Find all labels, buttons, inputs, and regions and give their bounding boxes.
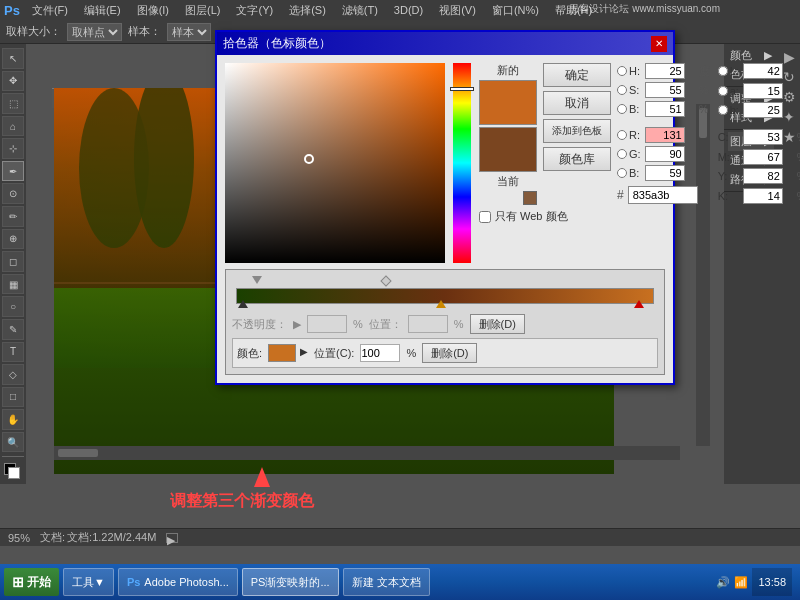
tool-clone[interactable]: ⊕ (2, 229, 24, 250)
opacity-input[interactable] (307, 315, 347, 333)
r-value-input[interactable] (645, 127, 685, 143)
delete-opacity-button[interactable]: 删除(D) (470, 314, 525, 334)
add-to-swatches-button[interactable]: 添加到色板 (543, 119, 611, 143)
tool-wand[interactable]: ⌂ (2, 116, 24, 137)
tool-zoom[interactable]: 🔍 (2, 432, 24, 453)
radio-b[interactable]: B: (617, 103, 641, 115)
color-stop-left[interactable] (238, 300, 248, 308)
tool-crop[interactable]: ⊹ (2, 138, 24, 159)
radio-g[interactable]: G: (617, 148, 641, 160)
taskbar-item-textdoc[interactable]: 新建 文本文档 (343, 568, 430, 596)
b-value-input[interactable] (645, 101, 685, 117)
taskbar-item-ps-icon[interactable]: Ps Adobe Photosh... (118, 568, 238, 596)
l-value-input[interactable] (743, 63, 783, 79)
nav-arrow[interactable]: ▶ (166, 533, 178, 543)
position-c-label: 位置(C): (314, 346, 354, 361)
menu-view[interactable]: 视图(V) (435, 3, 480, 18)
tool-brush[interactable]: ✏ (2, 206, 24, 227)
watermark: 思客设计论坛 www.missyuan.com (569, 2, 720, 16)
tools-panel: ↖ ✥ ⬚ ⌂ ⊹ ✒ ⊙ ✏ ⊕ ◻ ▦ ○ ✎ T ◇ □ ✋ 🔍 (0, 44, 26, 484)
position-opacity-input[interactable] (408, 315, 448, 333)
sample-select[interactable]: 样本 (167, 23, 211, 41)
current-color-preview (479, 127, 537, 172)
menu-3d[interactable]: 3D(D) (390, 4, 427, 16)
s-value-input[interactable] (645, 82, 685, 98)
m-value-input[interactable] (743, 149, 783, 165)
menu-filter[interactable]: 滤镜(T) (338, 3, 382, 18)
color-section-label: 颜色: (237, 346, 262, 361)
menu-select[interactable]: 选择(S) (285, 3, 330, 18)
hex-label: # (617, 188, 624, 202)
tool-text[interactable]: T (2, 342, 24, 363)
taskbar-item-tools[interactable]: 工具▼ (63, 568, 114, 596)
tool-pen[interactable]: ✎ (2, 319, 24, 340)
b2-value-input[interactable] (645, 165, 685, 181)
ok-button[interactable]: 确定 (543, 63, 611, 87)
radio-b2[interactable]: B: (617, 167, 641, 179)
menu-image[interactable]: 图像(I) (133, 3, 173, 18)
only-web-row: 只有 Web 颜色 (479, 209, 800, 224)
cancel-button[interactable]: 取消 (543, 91, 611, 115)
color-swatch-button[interactable] (268, 344, 296, 362)
tool-gradient[interactable]: ▦ (2, 274, 24, 295)
tool-shape[interactable]: □ (2, 387, 24, 408)
tool-dodge[interactable]: ○ (2, 296, 24, 317)
color-stop-mid[interactable] (436, 300, 446, 308)
start-button[interactable]: ⊞ 开始 (4, 568, 59, 596)
menu-bar: Ps 文件(F) 编辑(E) 图像(I) 图层(L) 文字(Y) 选择(S) 滤… (0, 0, 800, 20)
annotation-text: 调整第三个渐变颜色 (170, 491, 314, 512)
dialog-close-button[interactable]: ✕ (651, 36, 667, 52)
hex-input[interactable] (628, 186, 698, 204)
tool-move[interactable]: ✥ (2, 71, 24, 92)
tool-path[interactable]: ◇ (2, 364, 24, 385)
c-label: C: (718, 131, 739, 143)
color-gradient-square[interactable] (225, 63, 445, 263)
menu-edit[interactable]: 编辑(E) (80, 3, 125, 18)
tool-eyedropper[interactable]: ✒ (2, 161, 24, 182)
tool-arrow[interactable]: ↖ (2, 48, 24, 69)
a-value-input[interactable] (743, 83, 783, 99)
delete-color-button[interactable]: 删除(D) (422, 343, 477, 363)
menu-window[interactable]: 窗口(N%) (488, 3, 543, 18)
taskbar-clock: 13:58 (752, 568, 792, 596)
taskbar-icon-2: 📶 (734, 576, 748, 589)
color-stop-right[interactable] (634, 300, 644, 308)
k-value-input[interactable] (743, 188, 783, 204)
doc-info-label: 文档: (40, 530, 65, 545)
position-color-pct: % (406, 347, 416, 359)
position-label-opacity: 位置： (369, 317, 402, 332)
menu-layer[interactable]: 图层(L) (181, 3, 224, 18)
y-value-input[interactable] (743, 168, 783, 184)
tool-spot[interactable]: ⊙ (2, 183, 24, 204)
tool-lasso[interactable]: ⬚ (2, 93, 24, 114)
annotation: 调整第三个渐变颜色 (170, 467, 314, 512)
dialog-title: 拾色器（色标颜色） (223, 35, 331, 52)
sample-size-select[interactable]: 取样点 (67, 23, 122, 41)
tool-hand[interactable]: ✋ (2, 409, 24, 430)
radio-l[interactable]: L: (718, 65, 739, 77)
menu-text[interactable]: 文字(Y) (232, 3, 277, 18)
taskbar-item-gradient[interactable]: PS渐变映射的... (242, 568, 339, 596)
radio-b3[interactable]: b: (718, 104, 739, 116)
b3-value-input[interactable] (743, 102, 783, 118)
arrow-up-icon (254, 467, 270, 487)
g-value-input[interactable] (645, 146, 685, 162)
color-library-button[interactable]: 颜色库 (543, 147, 611, 171)
radio-s[interactable]: S: (617, 84, 641, 96)
b-unit: % (699, 103, 710, 115)
radio-h[interactable]: H: (617, 65, 641, 77)
menu-file[interactable]: 文件(F) (28, 3, 72, 18)
only-web-checkbox[interactable] (479, 211, 491, 223)
radio-r[interactable]: R: (617, 129, 641, 141)
sample-label: 样本： (128, 24, 161, 39)
position-color-input[interactable] (360, 344, 400, 362)
radio-a[interactable]: a: (718, 85, 739, 97)
dialog-title-bar[interactable]: 拾色器（色标颜色） ✕ (217, 32, 673, 55)
c-value-input[interactable] (743, 129, 783, 145)
taskbar: ⊞ 开始 工具▼ Ps Adobe Photosh... PS渐变映射的... … (0, 564, 800, 600)
hue-indicator (450, 87, 474, 91)
hue-strip[interactable] (453, 63, 471, 263)
tool-eraser[interactable]: ◻ (2, 251, 24, 272)
h-value-input[interactable] (645, 63, 685, 79)
new-color-label: 新的 (497, 63, 519, 78)
